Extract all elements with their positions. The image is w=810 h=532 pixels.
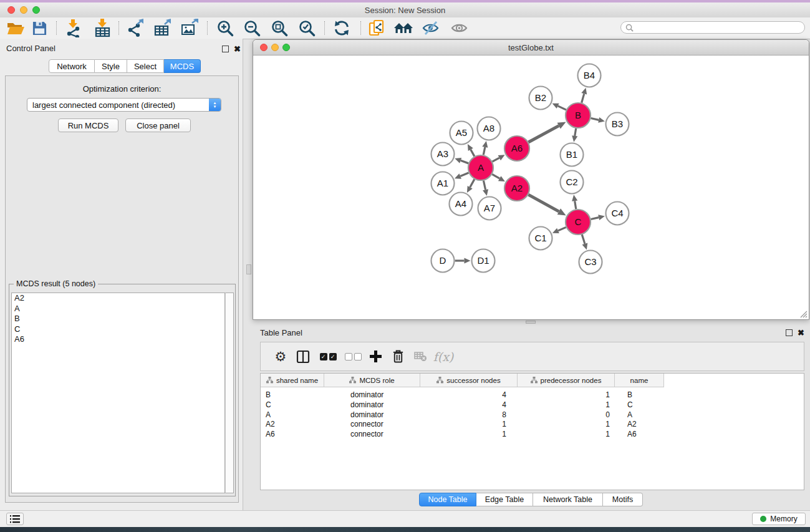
tab-network[interactable]: Network <box>49 59 95 73</box>
add-column-button[interactable] <box>367 342 384 370</box>
cell-successor_nodes[interactable]: 4 <box>420 400 518 410</box>
cell-predecessor_nodes[interactable]: 1 <box>518 390 615 400</box>
cell-shared_name[interactable]: C <box>261 400 324 410</box>
home-button[interactable] <box>393 19 414 37</box>
close-panel-icon[interactable]: ✖ <box>798 329 804 336</box>
resize-grip-icon[interactable] <box>799 310 808 318</box>
clone-network-button[interactable] <box>367 19 388 37</box>
graph-edge-C-C4[interactable] <box>591 218 599 220</box>
export-network-button[interactable] <box>125 19 147 37</box>
column-header-shared-name[interactable]: shared name <box>261 374 324 387</box>
cell-mcds_role[interactable]: connector <box>324 419 420 429</box>
result-list-scrollbar[interactable] <box>225 293 234 493</box>
column-header-predecessor-nodes[interactable]: predecessor nodes <box>518 374 615 387</box>
close-panel-button[interactable]: Close panel <box>125 118 191 132</box>
tab-mcds[interactable]: MCDS <box>164 59 201 73</box>
cell-shared_name[interactable]: A6 <box>261 429 324 439</box>
table-row[interactable]: A6connector11A6 <box>261 429 804 439</box>
float-panel-icon[interactable] <box>222 46 229 52</box>
result-item[interactable]: B <box>12 314 224 324</box>
column-header-name[interactable]: name <box>615 374 664 387</box>
delete-column-button[interactable] <box>389 342 407 370</box>
tab-motifs[interactable]: Motifs <box>603 493 643 506</box>
graph-edge-C-C1[interactable] <box>558 227 566 231</box>
cell-mcds_role[interactable]: dominator <box>324 400 420 410</box>
cell-name[interactable]: B <box>615 390 664 400</box>
cell-successor_nodes[interactable]: 1 <box>420 429 518 439</box>
tab-node-table[interactable]: Node Table <box>419 493 476 506</box>
search-box[interactable] <box>620 21 805 34</box>
graph-edge-B-B3[interactable] <box>591 118 599 120</box>
save-session-button[interactable] <box>29 19 50 37</box>
cell-name[interactable]: A <box>615 410 664 420</box>
cell-predecessor_nodes[interactable]: 0 <box>518 410 615 420</box>
cell-successor_nodes[interactable]: 1 <box>420 419 518 429</box>
graph-edge-A-A5[interactable] <box>471 150 475 157</box>
table-settings-button[interactable]: ⚙ <box>272 342 289 370</box>
tab-network-table[interactable]: Network Table <box>533 493 603 506</box>
show-graphics-details-button[interactable] <box>448 19 470 37</box>
cell-mcds_role[interactable]: connector <box>324 429 420 439</box>
network-window-title-bar[interactable]: testGlobe.txt <box>253 40 809 56</box>
table-row[interactable]: A2connector11A2 <box>261 419 804 429</box>
node-table[interactable]: shared nameMCDS rolesuccessor nodesprede… <box>260 373 804 490</box>
cell-mcds_role[interactable]: dominator <box>324 410 420 420</box>
result-item[interactable]: C <box>12 324 224 335</box>
table-row[interactable]: Cdominator41C <box>261 400 804 410</box>
cell-shared_name[interactable]: A <box>261 410 324 420</box>
apply-layout-button[interactable] <box>331 19 352 37</box>
cell-mcds_role[interactable]: dominator <box>324 390 420 400</box>
cell-shared_name[interactable]: A2 <box>261 419 324 429</box>
column-visibility-button[interactable] <box>294 342 312 370</box>
graph-edge-A-A8[interactable] <box>483 147 485 155</box>
close-panel-icon[interactable]: ✖ <box>234 46 241 52</box>
tab-style[interactable]: Style <box>95 59 127 73</box>
horizontal-splitter-handle[interactable] <box>526 321 536 324</box>
column-header-successor-nodes[interactable]: successor nodes <box>420 374 518 387</box>
task-history-button[interactable] <box>6 513 24 525</box>
zoom-in-button[interactable] <box>215 19 236 37</box>
network-graph-canvas[interactable]: B4B2BB3A5A8A6B1A3AC2A1A2A4A7C4CC1C3DD1 <box>253 56 809 319</box>
hide-graphics-details-button[interactable] <box>420 19 441 37</box>
float-panel-icon[interactable] <box>786 329 793 336</box>
run-mcds-button[interactable]: Run MCDS <box>58 118 118 132</box>
graph-edge-A-A2[interactable] <box>492 174 499 178</box>
export-table-button[interactable] <box>152 19 173 37</box>
cell-successor_nodes[interactable]: 8 <box>420 410 518 420</box>
import-table-button[interactable] <box>92 19 113 37</box>
graph-edge-A6-B[interactable] <box>528 126 559 142</box>
graph-edge-A-A7[interactable] <box>483 181 485 190</box>
graph-edge-A-A1[interactable] <box>460 173 468 176</box>
vertical-splitter-handle[interactable] <box>246 264 251 274</box>
apply-function-button[interactable]: f(x) <box>433 342 454 370</box>
graph-edge-B-B1[interactable] <box>575 128 576 136</box>
graph-edge-A-A6[interactable] <box>493 158 499 162</box>
cell-predecessor_nodes[interactable]: 1 <box>518 429 615 439</box>
deselect-all-rows-button[interactable] <box>343 342 363 370</box>
tab-select[interactable]: Select <box>127 59 164 73</box>
graph-edge-C-C3[interactable] <box>582 235 585 244</box>
zoom-fit-button[interactable] <box>269 19 290 37</box>
open-session-button[interactable] <box>5 19 26 37</box>
column-header-MCDS-role[interactable]: MCDS role <box>324 374 420 387</box>
export-image-button[interactable] <box>179 19 200 37</box>
result-item[interactable]: A6 <box>12 334 224 345</box>
result-item[interactable]: A <box>12 304 224 314</box>
select-all-rows-button[interactable]: ✓ ✓ <box>318 342 338 370</box>
delete-table-button[interactable] <box>412 342 429 370</box>
cell-name[interactable]: A2 <box>615 419 664 429</box>
cell-predecessor_nodes[interactable]: 1 <box>518 419 615 429</box>
criterion-dropdown[interactable]: largest connected component (directed) ▲… <box>27 98 221 112</box>
cell-name[interactable]: A6 <box>615 429 664 439</box>
table-row[interactable]: Adominator80A <box>261 410 804 420</box>
cell-predecessor_nodes[interactable]: 1 <box>518 400 615 410</box>
memory-button[interactable]: Memory <box>752 513 806 525</box>
graph-edge-A-A3[interactable] <box>461 160 469 163</box>
result-item[interactable]: A2 <box>12 293 224 304</box>
graph-edge-A-A4[interactable] <box>470 179 475 187</box>
import-network-button[interactable] <box>63 19 84 37</box>
graph-edge-A2-C[interactable] <box>528 195 559 211</box>
graph-edge-C-C2[interactable] <box>575 201 576 209</box>
zoom-out-button[interactable] <box>241 19 263 37</box>
cell-successor_nodes[interactable]: 4 <box>420 390 518 400</box>
